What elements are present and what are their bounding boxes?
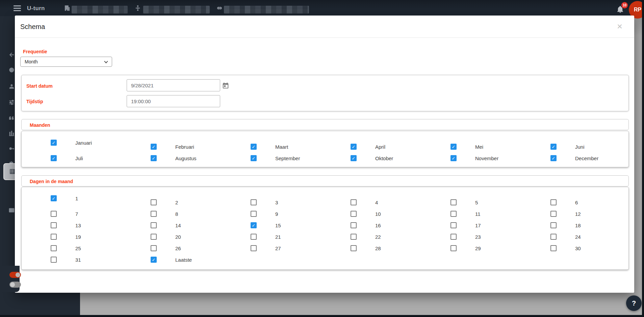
notifications-button[interactable]: 10 (615, 3, 629, 15)
checkbox-label: 15 (275, 223, 281, 228)
checkbox-unchecked[interactable] (151, 199, 157, 205)
checkbox-unchecked[interactable] (550, 211, 557, 217)
quote-icon[interactable] (8, 115, 15, 121)
toggle-switch-on[interactable] (9, 272, 21, 278)
checkbox-unchecked[interactable] (450, 211, 457, 217)
checkbox-label: 20 (175, 234, 181, 240)
checkbox-unchecked[interactable] (151, 234, 157, 240)
checkbox-unchecked[interactable] (351, 245, 357, 251)
bar-chart-icon[interactable] (8, 130, 15, 136)
checkbox-unchecked[interactable] (151, 222, 157, 228)
help-button[interactable]: ? (626, 295, 642, 311)
checkbox-unchecked[interactable] (351, 199, 357, 205)
checkbox-checked[interactable] (51, 195, 57, 201)
checkbox-label: 5 (475, 200, 478, 205)
checkbox-checked[interactable] (151, 144, 157, 150)
checkbox-item: Oktober (351, 152, 450, 164)
checkbox-unchecked[interactable] (351, 234, 357, 240)
checkbox-item: 28 (351, 242, 450, 254)
checkbox-checked[interactable] (251, 222, 257, 228)
time-label: Tijdstip (26, 99, 43, 104)
start-date-input[interactable] (127, 79, 220, 91)
menu-item-redacted-3[interactable] (224, 6, 309, 13)
checkbox-unchecked[interactable] (550, 222, 557, 228)
checkbox-checked[interactable] (351, 155, 357, 161)
key-icon[interactable] (8, 145, 15, 152)
checkbox-item: 31 (51, 254, 151, 265)
toggle-switch-off[interactable] (9, 282, 21, 288)
checkbox-checked[interactable] (251, 155, 257, 161)
checkbox-checked[interactable] (550, 144, 557, 150)
checkbox-checked[interactable] (251, 144, 257, 150)
checkbox-label: 7 (75, 211, 78, 217)
hamburger-menu-icon[interactable] (14, 4, 21, 12)
back-arrow-icon[interactable] (8, 52, 15, 58)
checkbox-label: Augustus (175, 155, 197, 161)
tune-icon[interactable] (8, 99, 15, 106)
checkbox-label: 14 (175, 223, 181, 228)
checkbox-unchecked[interactable] (550, 199, 557, 205)
checkbox-checked[interactable] (450, 155, 457, 161)
checkbox-unchecked[interactable] (51, 211, 57, 217)
checkbox-item: 18 (550, 220, 644, 231)
chevron-down-icon (104, 59, 108, 63)
checkbox-unchecked[interactable] (51, 222, 57, 228)
checkbox-unchecked[interactable] (450, 245, 457, 251)
checkbox-item: 7 (51, 208, 151, 220)
checkbox-unchecked[interactable] (51, 257, 57, 263)
checkbox-unchecked[interactable] (450, 234, 457, 240)
checkbox-label: 16 (375, 223, 381, 228)
days-label: Dagen in de maand (30, 179, 73, 184)
checkbox-checked[interactable] (51, 140, 57, 146)
checkbox-item: 27 (251, 242, 351, 254)
checkbox-unchecked[interactable] (51, 245, 57, 251)
checkbox-label: 4 (375, 200, 378, 205)
checkbox-unchecked[interactable] (251, 245, 257, 251)
checkbox-unchecked[interactable] (550, 234, 557, 240)
checkbox-label: 3 (275, 200, 278, 205)
checkbox-checked[interactable] (151, 155, 157, 161)
dialog-title: Schema (20, 23, 45, 31)
users-icon[interactable] (8, 83, 15, 90)
menu-item-redacted-2[interactable] (143, 6, 210, 13)
brand-logo: U-turn (27, 0, 45, 16)
checkbox-checked[interactable] (550, 155, 557, 161)
menu-item-redacted-1[interactable] (72, 6, 128, 13)
checkbox-unchecked[interactable] (450, 222, 457, 228)
route-icon (134, 5, 141, 11)
checkbox-item: 17 (450, 220, 550, 231)
checkbox-unchecked[interactable] (251, 211, 257, 217)
days-section-header: Dagen in de maand (21, 175, 629, 186)
close-icon[interactable]: ✕ (615, 22, 625, 32)
checkbox-checked[interactable] (351, 144, 357, 150)
checkbox-unchecked[interactable] (151, 211, 157, 217)
checkbox-unchecked[interactable] (251, 199, 257, 205)
checkbox-item: December (550, 152, 644, 164)
checkbox-checked[interactable] (51, 155, 57, 161)
checkbox-label: 30 (575, 246, 581, 251)
checkbox-unchecked[interactable] (450, 199, 457, 205)
frequency-select[interactable]: Month (20, 57, 112, 67)
date-time-section (21, 75, 629, 111)
checkbox-unchecked[interactable] (151, 245, 157, 251)
calendar-icon[interactable] (222, 82, 229, 89)
time-input[interactable] (127, 95, 220, 107)
sidebar-toggle-area (0, 266, 20, 292)
checkbox-unchecked[interactable] (351, 211, 357, 217)
checkbox-label: 31 (75, 257, 81, 263)
window-border-bottom (0, 315, 644, 317)
checkbox-item: 19 (51, 231, 151, 242)
history-icon[interactable] (8, 67, 15, 73)
checkbox-label: 22 (375, 234, 381, 240)
checkbox-checked[interactable] (151, 257, 157, 263)
checkbox-unchecked[interactable] (351, 222, 357, 228)
checkbox-label: 11 (475, 211, 481, 217)
checkbox-item: April (351, 141, 450, 152)
checkbox-item: 4 (351, 197, 450, 208)
checkbox-item: 15 (251, 220, 351, 231)
mail-icon[interactable] (8, 207, 15, 213)
checkbox-unchecked[interactable] (51, 234, 57, 240)
checkbox-unchecked[interactable] (550, 245, 557, 251)
checkbox-unchecked[interactable] (251, 234, 257, 240)
checkbox-checked[interactable] (450, 144, 457, 150)
